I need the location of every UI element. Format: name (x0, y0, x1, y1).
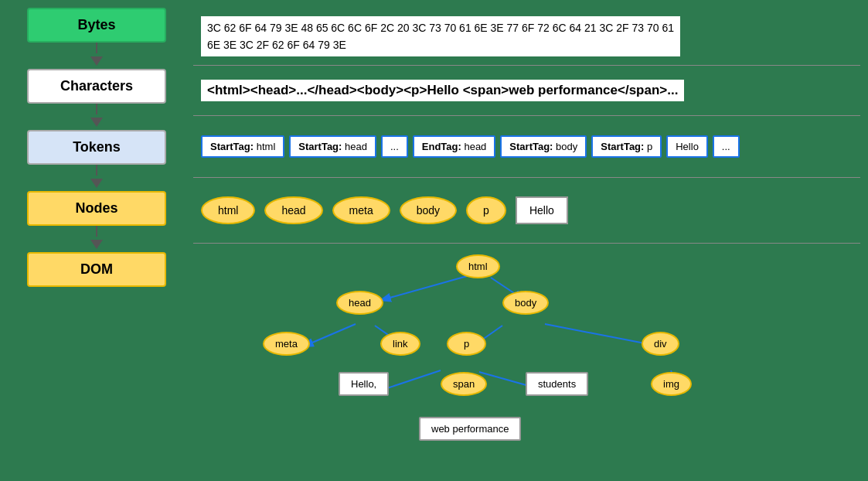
stage-characters: Characters (27, 69, 166, 104)
stage-bytes: Bytes (27, 8, 166, 43)
stage-tokens: Tokens (27, 130, 166, 165)
node-p: p (466, 196, 506, 224)
characters-text: <html><head>...</head><body><p>Hello <sp… (201, 80, 684, 101)
dom-tree: html head body meta link p div Hello, sp… (201, 248, 853, 469)
arrow-line-2 (96, 104, 97, 114)
bytes-text: 3C 62 6F 64 79 3E 48 65 6C 6C 6F 2C 20 3… (201, 16, 680, 57)
dom-node-html: html (456, 254, 500, 278)
token-endTag-head: EndTag: head (413, 135, 496, 158)
dom-node-hello: Hello, (339, 372, 389, 396)
token-startTag-head: StartTag: head (289, 135, 376, 158)
section-tokens: StartTag: html StartTag: head ... EndTag… (193, 116, 860, 178)
section-characters: <html><head>...</head><body><p>Hello <sp… (193, 66, 860, 116)
dom-node-head: head (336, 291, 383, 315)
dom-node-img: img (651, 372, 692, 396)
section-dom: html head body meta link p div Hello, sp… (193, 244, 860, 473)
node-hello: Hello (516, 196, 568, 224)
right-panel: 3C 62 6F 64 79 3E 48 65 6C 6C 6F 2C 20 3… (193, 8, 860, 473)
node-meta: meta (332, 196, 390, 224)
arrow-3 (90, 179, 103, 188)
dom-svg (201, 248, 853, 469)
section-nodes: html head meta body p Hello (193, 178, 860, 244)
node-html: html (201, 196, 255, 224)
section-bytes: 3C 62 6F 64 79 3E 48 65 6C 6C 6F 2C 20 3… (193, 8, 860, 66)
stage-nodes: Nodes (27, 191, 166, 226)
dom-node-span: span (441, 372, 487, 396)
dom-node-p: p (447, 332, 486, 356)
dom-node-link: link (380, 332, 420, 356)
dom-node-web-performance: web performance (419, 417, 521, 441)
arrow-1 (90, 56, 103, 66)
svg-line-1 (379, 274, 475, 301)
arrow-4 (90, 240, 103, 249)
token-startTag-html: StartTag: html (201, 135, 284, 158)
arrow-2 (90, 118, 103, 127)
token-startTag-body: StartTag: body (500, 135, 587, 158)
arrow-line-1 (96, 43, 97, 53)
token-startTag-p: StartTag: p (591, 135, 662, 158)
dom-node-students: students (526, 372, 588, 396)
stage-dom: DOM (27, 252, 166, 287)
node-body: body (400, 196, 457, 224)
node-head: head (264, 196, 322, 224)
token-text-hello: Hello (666, 135, 708, 158)
dom-node-meta: meta (263, 332, 310, 356)
token-ellipsis-1: ... (381, 135, 408, 158)
dom-node-div: div (642, 332, 679, 356)
dom-node-body: body (502, 291, 549, 315)
pipeline-panel: Bytes Characters Tokens Nodes DOM (8, 8, 186, 287)
token-ellipsis-2: ... (713, 135, 740, 158)
arrow-line-4 (96, 226, 97, 237)
arrow-line-3 (96, 165, 97, 176)
